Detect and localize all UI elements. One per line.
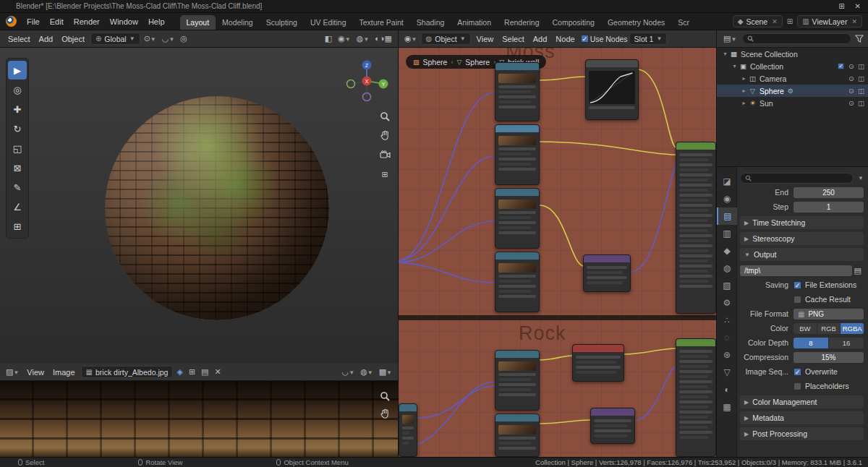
color-rgba-button[interactable]: RGBA bbox=[841, 323, 864, 334]
proportional-edit-icon[interactable]: ◎ bbox=[178, 34, 190, 43]
pan-hand-icon[interactable] bbox=[378, 407, 391, 420]
properties-tab-constraints[interactable]: ⊛ bbox=[717, 346, 737, 364]
collection-checkbox[interactable]: ✓ bbox=[838, 63, 844, 69]
shader-node-canvas[interactable]: Moss Rock ▧ Sphere › ▽ Sphere › ▽ brick bbox=[398, 48, 716, 457]
viewport-menu-add[interactable]: Add bbox=[35, 33, 58, 46]
workspace-tab-animation[interactable]: Animation bbox=[451, 15, 498, 30]
filter-funnel-icon[interactable] bbox=[855, 35, 864, 43]
section-time-stretching[interactable]: ▶ Time Stretching bbox=[740, 216, 864, 229]
workspace-tab-rendering[interactable]: Rendering bbox=[498, 15, 545, 30]
outliner-item-scene-collection[interactable]: ▾▦Scene Collection bbox=[717, 48, 868, 60]
snap-icon[interactable]: ◡▼ bbox=[340, 367, 357, 377]
node-menu-view[interactable]: View bbox=[472, 33, 498, 46]
properties-tab-render[interactable]: ◉ bbox=[717, 190, 737, 207]
workspace-tab-geometry-nodes[interactable]: Geometry Nodes bbox=[601, 15, 671, 30]
hide-eye-icon[interactable]: ⊙ bbox=[848, 99, 854, 107]
pan-hand-icon[interactable] bbox=[378, 129, 391, 142]
hide-eye-icon[interactable]: ⊙ bbox=[848, 87, 854, 95]
properties-tab-world[interactable]: ◍ bbox=[717, 260, 737, 277]
properties-tab-particles[interactable]: ∴ bbox=[717, 312, 737, 329]
viewlayer-selector[interactable]: ▥ ViewLayer ✕ bbox=[797, 15, 862, 27]
image-menu-view[interactable]: View bbox=[22, 366, 48, 379]
image-editor-canvas[interactable] bbox=[0, 381, 398, 457]
outliner-item-sun[interactable]: ▸☀Sun⊙◫ bbox=[717, 97, 868, 109]
disable-render-icon[interactable]: ◫ bbox=[858, 99, 864, 107]
shader-node[interactable] bbox=[676, 142, 716, 314]
shader-node[interactable] bbox=[590, 408, 635, 444]
select-box-tool[interactable]: ▶ bbox=[8, 61, 27, 80]
camera-view-icon[interactable] bbox=[378, 148, 391, 161]
visibility-icon[interactable]: ◧ bbox=[323, 34, 334, 43]
viewlayer-unlink-icon[interactable]: ✕ bbox=[851, 18, 857, 25]
editor-type-icon[interactable]: ▨▼ bbox=[4, 367, 21, 377]
duplicate-image-icon[interactable]: ⊞ bbox=[187, 367, 197, 377]
workspace-tab-layout[interactable]: Layout bbox=[180, 15, 216, 30]
workspace-tab-uv-editing[interactable]: UV Editing bbox=[304, 15, 353, 30]
zoom-icon[interactable] bbox=[378, 390, 391, 403]
rotate-tool[interactable]: ↻ bbox=[8, 119, 27, 138]
properties-search-input[interactable] bbox=[740, 173, 854, 184]
menu-file[interactable]: File bbox=[22, 15, 45, 28]
shader-node[interactable] bbox=[585, 59, 639, 120]
properties-tab-tool[interactable]: ◪ bbox=[717, 173, 737, 190]
shader-node[interactable] bbox=[495, 188, 540, 249]
breadcrumb-data[interactable]: Sphere bbox=[465, 58, 490, 67]
shader-node[interactable] bbox=[399, 403, 417, 457]
file-extensions-checkbox[interactable]: ✓ bbox=[793, 281, 801, 289]
shader-node[interactable] bbox=[495, 350, 540, 411]
properties-tab-texture[interactable]: ▦ bbox=[717, 398, 737, 416]
node-menu-select[interactable]: Select bbox=[498, 33, 529, 46]
menu-help[interactable]: Help bbox=[143, 15, 170, 28]
file-format-dropdown[interactable]: ▦ PNG bbox=[793, 309, 864, 320]
frame-step-field[interactable]: 1 bbox=[793, 202, 864, 213]
expander-icon[interactable]: ▸ bbox=[740, 87, 748, 94]
expander-icon[interactable]: ▾ bbox=[721, 51, 729, 57]
placeholders-checkbox[interactable] bbox=[793, 382, 801, 390]
color-rgb-button[interactable]: RGB bbox=[817, 323, 841, 334]
section-metadata[interactable]: ▶ Metadata bbox=[740, 411, 864, 424]
overwrite-checkbox[interactable]: ✓ bbox=[793, 368, 801, 376]
outliner-item-collection[interactable]: ▾▣Collection✓⊙◫ bbox=[717, 60, 868, 72]
annotate-tool[interactable]: ✎ bbox=[8, 178, 27, 197]
workspace-tab-sculpting[interactable]: Sculpting bbox=[260, 15, 304, 30]
workspace-tab-scr[interactable]: Scr bbox=[671, 15, 696, 30]
properties-tab-object[interactable]: ▧ bbox=[717, 277, 737, 294]
menu-edit[interactable]: Edit bbox=[45, 15, 69, 28]
shader-node[interactable] bbox=[495, 124, 540, 185]
scene-selector[interactable]: ◆ Scene ✕ bbox=[733, 15, 783, 27]
properties-tab-view-layer[interactable]: ▥ bbox=[717, 225, 737, 242]
transform-orientation-dropdown[interactable]: ⊕ Global ▼ bbox=[90, 33, 140, 45]
hide-eye-icon[interactable]: ⊙ bbox=[848, 74, 854, 82]
close-window-icon[interactable]: ✕ bbox=[855, 2, 861, 10]
properties-tab-data[interactable]: ▽ bbox=[717, 364, 737, 381]
breadcrumb-object[interactable]: Sphere bbox=[423, 58, 448, 67]
scale-tool[interactable]: ◱ bbox=[8, 139, 27, 158]
menu-render[interactable]: Render bbox=[69, 15, 105, 28]
display-channels-icon[interactable]: ◍▼ bbox=[358, 367, 375, 377]
properties-options-icon[interactable]: ▼ bbox=[858, 175, 864, 181]
move-tool[interactable]: ✚ bbox=[8, 100, 27, 119]
new-scene-icon[interactable]: ⊞ bbox=[787, 17, 793, 25]
disable-render-icon[interactable]: ◫ bbox=[858, 87, 864, 95]
properties-tab-modifiers[interactable]: ⚙ bbox=[717, 294, 737, 312]
workspace-tab-compositing[interactable]: Compositing bbox=[546, 15, 601, 30]
node-menu-add[interactable]: Add bbox=[529, 33, 552, 46]
viewport-3d[interactable]: ▶◎✚↻◱⊠✎∠⊞ Z Y X ⊞ bbox=[0, 48, 398, 364]
properties-tab-physics[interactable]: ◌ bbox=[717, 329, 737, 346]
section-output[interactable]: ▼ Output bbox=[740, 248, 864, 261]
outliner-search-input[interactable] bbox=[742, 33, 851, 44]
pivot-point-icon[interactable]: ⊙▼ bbox=[142, 34, 158, 43]
overlays-toggle-icon[interactable]: ◍▼ bbox=[354, 34, 372, 43]
moss-brick-sphere-object[interactable] bbox=[105, 96, 329, 320]
toggle-grid-icon[interactable]: ⊞ bbox=[378, 168, 391, 181]
open-image-folder-icon[interactable]: ▤ bbox=[199, 367, 210, 377]
disable-render-icon[interactable]: ◫ bbox=[858, 74, 864, 82]
outliner-display-mode-icon[interactable]: ▤▼ bbox=[721, 34, 739, 43]
gizmos-toggle-icon[interactable]: ◉▼ bbox=[336, 34, 353, 43]
expander-icon[interactable]: ▸ bbox=[740, 75, 748, 82]
shader-node[interactable] bbox=[495, 252, 540, 312]
cache-result-checkbox[interactable] bbox=[793, 296, 801, 304]
depth-8-button[interactable]: 8 bbox=[793, 338, 829, 348]
output-path-field[interactable]: /tmp\ bbox=[740, 265, 852, 276]
disable-render-icon[interactable]: ◫ bbox=[858, 62, 864, 70]
